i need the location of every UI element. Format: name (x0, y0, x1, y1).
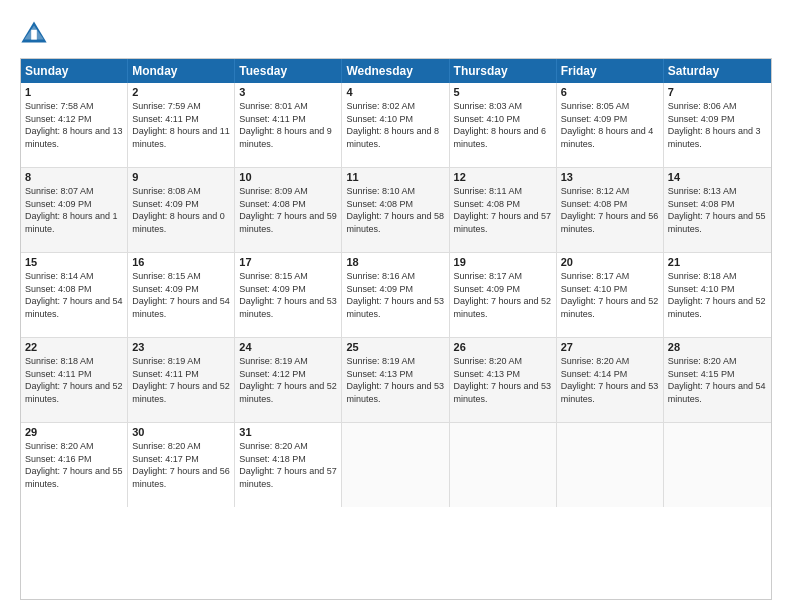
cell-info: Sunrise: 8:12 AM Sunset: 4:08 PM Dayligh… (561, 185, 659, 235)
cell-info: Sunrise: 8:20 AM Sunset: 4:13 PM Dayligh… (454, 355, 552, 405)
cell-info: Sunrise: 8:20 AM Sunset: 4:15 PM Dayligh… (668, 355, 767, 405)
cell-info: Sunrise: 8:17 AM Sunset: 4:09 PM Dayligh… (454, 270, 552, 320)
calendar-cell: 23 Sunrise: 8:19 AM Sunset: 4:11 PM Dayl… (128, 338, 235, 422)
cell-info: Sunrise: 8:02 AM Sunset: 4:10 PM Dayligh… (346, 100, 444, 150)
calendar-cell: 20 Sunrise: 8:17 AM Sunset: 4:10 PM Dayl… (557, 253, 664, 337)
day-number: 1 (25, 86, 123, 98)
calendar: SundayMondayTuesdayWednesdayThursdayFrid… (20, 58, 772, 600)
cell-info: Sunrise: 8:19 AM Sunset: 4:12 PM Dayligh… (239, 355, 337, 405)
day-number: 11 (346, 171, 444, 183)
cal-header-cell: Wednesday (342, 59, 449, 83)
cell-info: Sunrise: 8:15 AM Sunset: 4:09 PM Dayligh… (239, 270, 337, 320)
calendar-cell: 31 Sunrise: 8:20 AM Sunset: 4:18 PM Dayl… (235, 423, 342, 507)
day-number: 2 (132, 86, 230, 98)
cal-header-cell: Thursday (450, 59, 557, 83)
cell-info: Sunrise: 8:16 AM Sunset: 4:09 PM Dayligh… (346, 270, 444, 320)
day-number: 19 (454, 256, 552, 268)
cell-info: Sunrise: 7:58 AM Sunset: 4:12 PM Dayligh… (25, 100, 123, 150)
calendar-cell: 9 Sunrise: 8:08 AM Sunset: 4:09 PM Dayli… (128, 168, 235, 252)
day-number: 14 (668, 171, 767, 183)
calendar-cell: 18 Sunrise: 8:16 AM Sunset: 4:09 PM Dayl… (342, 253, 449, 337)
page: SundayMondayTuesdayWednesdayThursdayFrid… (0, 0, 792, 612)
calendar-cell (664, 423, 771, 507)
calendar-cell: 7 Sunrise: 8:06 AM Sunset: 4:09 PM Dayli… (664, 83, 771, 167)
calendar-row: 8 Sunrise: 8:07 AM Sunset: 4:09 PM Dayli… (21, 168, 771, 253)
cal-header-cell: Friday (557, 59, 664, 83)
calendar-cell: 16 Sunrise: 8:15 AM Sunset: 4:09 PM Dayl… (128, 253, 235, 337)
cell-info: Sunrise: 8:13 AM Sunset: 4:08 PM Dayligh… (668, 185, 767, 235)
calendar-cell (450, 423, 557, 507)
cell-info: Sunrise: 8:14 AM Sunset: 4:08 PM Dayligh… (25, 270, 123, 320)
cell-info: Sunrise: 8:01 AM Sunset: 4:11 PM Dayligh… (239, 100, 337, 150)
calendar-cell: 11 Sunrise: 8:10 AM Sunset: 4:08 PM Dayl… (342, 168, 449, 252)
cell-info: Sunrise: 8:19 AM Sunset: 4:13 PM Dayligh… (346, 355, 444, 405)
logo-icon (20, 20, 48, 48)
day-number: 5 (454, 86, 552, 98)
day-number: 13 (561, 171, 659, 183)
calendar-cell: 12 Sunrise: 8:11 AM Sunset: 4:08 PM Dayl… (450, 168, 557, 252)
day-number: 25 (346, 341, 444, 353)
cell-info: Sunrise: 8:17 AM Sunset: 4:10 PM Dayligh… (561, 270, 659, 320)
day-number: 16 (132, 256, 230, 268)
calendar-cell: 5 Sunrise: 8:03 AM Sunset: 4:10 PM Dayli… (450, 83, 557, 167)
calendar-row: 22 Sunrise: 8:18 AM Sunset: 4:11 PM Dayl… (21, 338, 771, 423)
day-number: 27 (561, 341, 659, 353)
cell-info: Sunrise: 8:20 AM Sunset: 4:17 PM Dayligh… (132, 440, 230, 490)
calendar-cell: 4 Sunrise: 8:02 AM Sunset: 4:10 PM Dayli… (342, 83, 449, 167)
day-number: 22 (25, 341, 123, 353)
cell-info: Sunrise: 8:20 AM Sunset: 4:18 PM Dayligh… (239, 440, 337, 490)
day-number: 29 (25, 426, 123, 438)
day-number: 28 (668, 341, 767, 353)
cell-info: Sunrise: 8:20 AM Sunset: 4:14 PM Dayligh… (561, 355, 659, 405)
calendar-cell: 3 Sunrise: 8:01 AM Sunset: 4:11 PM Dayli… (235, 83, 342, 167)
cal-header-cell: Saturday (664, 59, 771, 83)
day-number: 26 (454, 341, 552, 353)
day-number: 17 (239, 256, 337, 268)
day-number: 18 (346, 256, 444, 268)
calendar-row: 1 Sunrise: 7:58 AM Sunset: 4:12 PM Dayli… (21, 83, 771, 168)
cell-info: Sunrise: 7:59 AM Sunset: 4:11 PM Dayligh… (132, 100, 230, 150)
cell-info: Sunrise: 8:18 AM Sunset: 4:11 PM Dayligh… (25, 355, 123, 405)
cell-info: Sunrise: 8:18 AM Sunset: 4:10 PM Dayligh… (668, 270, 767, 320)
day-number: 21 (668, 256, 767, 268)
calendar-cell: 24 Sunrise: 8:19 AM Sunset: 4:12 PM Dayl… (235, 338, 342, 422)
calendar-cell: 10 Sunrise: 8:09 AM Sunset: 4:08 PM Dayl… (235, 168, 342, 252)
calendar-cell: 26 Sunrise: 8:20 AM Sunset: 4:13 PM Dayl… (450, 338, 557, 422)
cal-header-cell: Sunday (21, 59, 128, 83)
calendar-cell: 19 Sunrise: 8:17 AM Sunset: 4:09 PM Dayl… (450, 253, 557, 337)
calendar-cell: 2 Sunrise: 7:59 AM Sunset: 4:11 PM Dayli… (128, 83, 235, 167)
cell-info: Sunrise: 8:20 AM Sunset: 4:16 PM Dayligh… (25, 440, 123, 490)
day-number: 31 (239, 426, 337, 438)
cell-info: Sunrise: 8:10 AM Sunset: 4:08 PM Dayligh… (346, 185, 444, 235)
cell-info: Sunrise: 8:07 AM Sunset: 4:09 PM Dayligh… (25, 185, 123, 235)
day-number: 30 (132, 426, 230, 438)
cell-info: Sunrise: 8:06 AM Sunset: 4:09 PM Dayligh… (668, 100, 767, 150)
calendar-cell: 15 Sunrise: 8:14 AM Sunset: 4:08 PM Dayl… (21, 253, 128, 337)
day-number: 7 (668, 86, 767, 98)
calendar-cell (557, 423, 664, 507)
cell-info: Sunrise: 8:11 AM Sunset: 4:08 PM Dayligh… (454, 185, 552, 235)
day-number: 12 (454, 171, 552, 183)
day-number: 20 (561, 256, 659, 268)
cell-info: Sunrise: 8:08 AM Sunset: 4:09 PM Dayligh… (132, 185, 230, 235)
calendar-cell: 6 Sunrise: 8:05 AM Sunset: 4:09 PM Dayli… (557, 83, 664, 167)
calendar-cell: 25 Sunrise: 8:19 AM Sunset: 4:13 PM Dayl… (342, 338, 449, 422)
calendar-cell: 1 Sunrise: 7:58 AM Sunset: 4:12 PM Dayli… (21, 83, 128, 167)
logo (20, 20, 52, 48)
calendar-cell: 14 Sunrise: 8:13 AM Sunset: 4:08 PM Dayl… (664, 168, 771, 252)
cell-info: Sunrise: 8:05 AM Sunset: 4:09 PM Dayligh… (561, 100, 659, 150)
cell-info: Sunrise: 8:03 AM Sunset: 4:10 PM Dayligh… (454, 100, 552, 150)
calendar-cell: 21 Sunrise: 8:18 AM Sunset: 4:10 PM Dayl… (664, 253, 771, 337)
day-number: 8 (25, 171, 123, 183)
cell-info: Sunrise: 8:15 AM Sunset: 4:09 PM Dayligh… (132, 270, 230, 320)
calendar-cell: 8 Sunrise: 8:07 AM Sunset: 4:09 PM Dayli… (21, 168, 128, 252)
day-number: 10 (239, 171, 337, 183)
day-number: 3 (239, 86, 337, 98)
calendar-cell (342, 423, 449, 507)
day-number: 9 (132, 171, 230, 183)
header (20, 16, 772, 48)
calendar-cell: 30 Sunrise: 8:20 AM Sunset: 4:17 PM Dayl… (128, 423, 235, 507)
calendar-cell: 29 Sunrise: 8:20 AM Sunset: 4:16 PM Dayl… (21, 423, 128, 507)
day-number: 6 (561, 86, 659, 98)
day-number: 4 (346, 86, 444, 98)
